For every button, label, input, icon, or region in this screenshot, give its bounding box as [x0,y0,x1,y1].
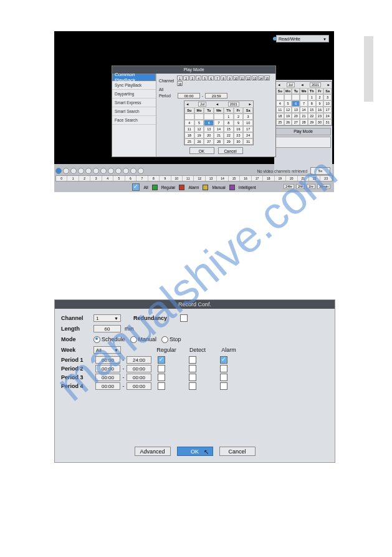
slow-button[interactable] [85,168,92,174]
calendar-day[interactable]: 3 [323,94,332,100]
calendar-day[interactable]: 24 [323,113,332,119]
channel-button[interactable]: 7 [214,75,220,80]
period-from-input[interactable]: 00:00 [95,382,120,390]
calendar-day[interactable]: 1 [308,94,316,100]
calendar-day[interactable]: 1 [224,114,234,120]
calendar-day[interactable]: 29 [224,138,234,145]
calendar-day[interactable]: 12 [284,107,292,113]
sidebar-item[interactable]: Smart Search [112,107,156,116]
sidebar-item[interactable]: Dayparting [112,90,156,99]
prev-frame-button[interactable] [70,168,77,174]
calendar-day[interactable]: 20 [292,113,300,119]
calendar-day[interactable]: 23 [316,113,324,119]
channel-button[interactable]: 14 [258,75,264,80]
cal-prev2-icon[interactable]: ◄ [216,102,219,106]
next-file-button[interactable] [108,168,114,174]
period-from-input[interactable]: 00:00 [95,365,120,372]
calendar-day[interactable]: 8 [308,100,316,107]
ok-button[interactable]: OK [189,147,214,154]
all-checkbox[interactable] [132,183,140,191]
stop-radio[interactable] [161,336,168,343]
calendar-day[interactable]: 26 [194,138,204,145]
speed-display[interactable]: 5x [310,167,330,175]
calendar-day[interactable]: 27 [204,138,214,145]
cancel-button[interactable]: Cancel [219,447,256,456]
regular-checkbox[interactable] [158,365,165,372]
calendar-day[interactable]: 20 [204,132,214,138]
calendar-day[interactable]: 9 [316,100,324,107]
calendar-day[interactable]: 19 [194,132,204,138]
ok-button[interactable]: OK ↖ [177,447,213,456]
calendar-day[interactable]: 4 [276,100,284,107]
calendar-day[interactable]: 30 [316,119,324,125]
detect-checkbox[interactable] [189,382,196,390]
calendar-day[interactable]: 21 [214,132,224,138]
detect-checkbox[interactable] [189,374,196,381]
channel-button[interactable]: 6 [208,75,214,80]
period-to-input[interactable]: 24:00 [127,356,151,364]
fullscreen-button[interactable] [123,168,129,174]
alarm-checkbox[interactable] [220,356,227,364]
calendar-day[interactable]: 25 [184,138,194,145]
calendar-day[interactable]: 31 [243,138,253,145]
sidebar-item[interactable]: Face Search [112,116,156,125]
length-input[interactable]: 60 [93,325,121,332]
play-button[interactable] [55,168,62,174]
calendar-day[interactable]: 29 [308,119,316,125]
channel-button[interactable]: 12 [246,75,251,80]
advanced-button[interactable]: Advanced [135,447,171,456]
calendar-day[interactable]: 9 [234,120,244,126]
calendar-day[interactable]: 7 [300,100,308,107]
calendar-day[interactable]: 23 [234,132,244,138]
channel-button[interactable]: 13 [252,75,257,80]
cal-month[interactable]: Jul [198,102,206,107]
zoom-option[interactable]: 1hr [307,184,315,189]
period-to-input[interactable]: 23:59 [205,93,227,99]
fast-button[interactable] [93,168,99,174]
calendar-day[interactable]: 31 [323,119,332,125]
schedule-radio[interactable] [93,336,100,343]
calendar-day[interactable]: 26 [284,119,292,125]
calendar-day[interactable]: 5 [194,120,204,126]
channel-button[interactable]: 1 [177,75,183,80]
period-to-input[interactable]: 00:00 [127,374,151,381]
cal-year[interactable]: 2021 [228,102,239,107]
period-to-input[interactable]: 00:00 [127,382,151,390]
timeline[interactable]: 01234567891011121314151617181920212223 [55,175,333,182]
calendar-day[interactable]: 13 [204,126,214,132]
calendar-day[interactable]: 17 [323,107,332,113]
channel-button[interactable]: 15 [264,75,270,80]
calendar-day[interactable]: 27 [292,119,300,125]
calendar-day[interactable]: 6 [204,120,214,126]
prev-file-button[interactable] [100,168,107,174]
week-select[interactable]: All▼ [93,346,121,354]
sidebar-item[interactable]: Sync PlayBack [112,81,156,90]
calendar-day[interactable]: 11 [276,107,284,113]
backup-button[interactable] [138,168,144,174]
calendar-day[interactable]: 11 [184,126,194,132]
calendar-day[interactable]: 6 [292,100,300,107]
calendar-day[interactable]: 15 [308,107,316,113]
side-cal-month[interactable]: Jul [287,82,295,87]
calendar-day[interactable]: 10 [243,120,253,126]
calendar-day[interactable]: 16 [316,107,324,113]
alarm-checkbox[interactable] [220,374,227,381]
channel-button[interactable]: 2 [183,75,189,80]
calendar-day[interactable]: 30 [234,138,244,145]
calendar-day[interactable]: 14 [214,126,224,132]
calendar-day[interactable]: 3 [243,114,253,120]
redundancy-checkbox[interactable] [180,314,188,322]
period-from-input[interactable]: 00:00 [178,93,200,99]
calendar-day[interactable]: 12 [194,126,204,132]
calendar-day[interactable]: 8 [224,120,234,126]
channel-button[interactable]: 5 [202,75,208,80]
cal-prev2-icon[interactable]: ◄ [300,83,304,87]
calendar-day[interactable]: 22 [308,113,316,119]
calendar-day[interactable]: 13 [292,107,300,113]
sidebar-item[interactable]: Common PlayBack [112,74,156,81]
channel-select[interactable]: 1▼ [93,314,121,322]
regular-checkbox[interactable] [158,382,165,390]
zoom-option[interactable]: 2hr [296,184,305,189]
side-calendar[interactable]: ◄ Jul ◄ 2021 ► SuMoTuWeThFrSa12345678910… [275,81,332,126]
cal-prev-icon[interactable]: ◄ [186,102,189,106]
